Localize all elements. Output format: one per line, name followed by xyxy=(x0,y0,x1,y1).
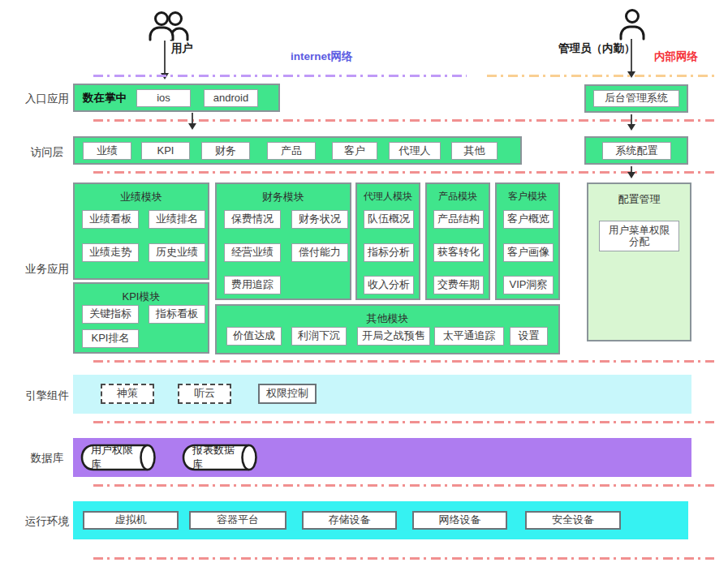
engine-tingyun: 听云 xyxy=(178,384,231,404)
entry-app-title: 数在掌中 xyxy=(83,85,127,110)
entry-app-box: 数在掌中 ios android xyxy=(73,84,280,112)
layer-label-engine: 引擎组件 xyxy=(12,389,82,403)
module-other: 其他模块 价值达成 利润下沉 开局之战预售 太平通追踪 设置 xyxy=(215,304,560,354)
layer-label-business: 业务应用 xyxy=(12,262,82,277)
module-product-title: 产品模块 xyxy=(427,190,489,204)
item-agent-income: 收入分析 xyxy=(364,276,414,294)
internal-network-label: 内部网络 xyxy=(654,49,698,64)
module-customer-title: 客户模块 xyxy=(497,190,558,204)
item-config-user-menu-permission: 用户菜单权限分配 xyxy=(599,221,679,251)
item-cust-portrait: 客户画像 xyxy=(503,243,554,262)
config-panel: 配置管理 用户菜单权限分配 xyxy=(587,182,691,341)
item-cust-overview: 客户概览 xyxy=(503,210,554,229)
item-prod-conversion: 获客转化 xyxy=(433,243,484,262)
item-agent-team: 队伍概况 xyxy=(364,210,414,229)
item-fin-status: 财务状况 xyxy=(291,210,348,229)
architecture-diagram: 用户 internet网络 管理员（内勤） 内部网络 入口应用 访问层 业务应用… xyxy=(0,0,728,584)
item-perf-history: 历史业绩 xyxy=(149,243,205,262)
access-tab-kpi: KPI xyxy=(141,142,190,160)
access-layer-bar: 业绩 KPI 财务 产品 客户 代理人 其他 xyxy=(73,136,522,165)
item-fin-solvency: 偿付能力 xyxy=(291,243,348,262)
item-kpi-rank: KPI排名 xyxy=(82,329,139,348)
sysconfig-label: 系统配置 xyxy=(602,142,671,160)
item-agent-metrics: 指标分析 xyxy=(364,243,414,262)
access-tab-product: 产品 xyxy=(267,142,316,160)
module-finance: 财务模块 保费情况 财务状况 经营业绩 偿付能力 费用追踪 xyxy=(215,182,351,300)
layer-label-entry: 入口应用 xyxy=(12,92,82,106)
database-label-user-permission: 用户权限库 xyxy=(91,444,141,471)
divider-engine-database xyxy=(93,421,714,423)
module-performance-title: 业绩模块 xyxy=(75,190,208,204)
item-other-presale: 开局之战预售 xyxy=(357,327,430,346)
item-fin-operating: 经营业绩 xyxy=(224,243,281,262)
module-performance: 业绩模块 业绩看板 业绩排名 业绩走势 历史业绩 xyxy=(73,182,209,280)
item-perf-rank: 业绩排名 xyxy=(149,210,205,229)
item-kpi-board: 指标看板 xyxy=(149,305,205,324)
engine-layer-bar: 神策 听云 权限控制 xyxy=(73,375,691,414)
divider-database-runtime xyxy=(93,484,714,487)
config-panel-title: 配置管理 xyxy=(588,192,690,207)
runtime-storage: 存储设备 xyxy=(302,511,397,530)
module-agent-title: 代理人模块 xyxy=(357,190,419,204)
runtime-vm: 虚拟机 xyxy=(83,511,179,530)
item-other-settings: 设置 xyxy=(510,327,548,346)
database-layer-bar: 用户权限库 报表数据库 xyxy=(73,438,691,477)
item-fin-premium: 保费情况 xyxy=(224,210,281,229)
runtime-network: 网络设备 xyxy=(412,511,507,530)
layer-label-runtime: 运行环境 xyxy=(12,514,82,529)
runtime-container: 容器平台 xyxy=(189,511,286,530)
divider-internal xyxy=(487,75,714,77)
item-kpi-key: 关键指标 xyxy=(82,305,139,324)
divider-bottom xyxy=(93,557,714,560)
backend-system-box: 后台管理系统 xyxy=(584,84,688,113)
item-other-value: 价值达成 xyxy=(226,327,282,346)
module-kpi-title: KPI模块 xyxy=(75,290,208,304)
layer-label-database: 数据库 xyxy=(12,451,82,466)
access-tab-performance: 业绩 xyxy=(83,142,131,160)
divider-business-engine xyxy=(93,360,714,363)
platform-android: android xyxy=(204,89,258,107)
access-tab-other: 其他 xyxy=(451,142,498,160)
runtime-security: 安全设备 xyxy=(525,511,621,530)
platform-ios: ios xyxy=(136,89,191,107)
access-tab-finance: 财务 xyxy=(201,142,250,160)
engine-shence: 神策 xyxy=(101,384,154,404)
sysconfig-box: 系统配置 xyxy=(584,136,688,165)
item-prod-structure: 产品结构 xyxy=(433,210,484,229)
arrow-user-to-entry xyxy=(164,41,166,78)
access-tab-customer: 客户 xyxy=(332,142,377,160)
item-other-profit: 利润下沉 xyxy=(291,327,347,346)
item-cust-vip: VIP洞察 xyxy=(503,276,554,294)
runtime-layer-bar: 虚拟机 容器平台 存储设备 网络设备 安全设备 xyxy=(73,501,688,539)
internet-network-label: internet网络 xyxy=(291,49,353,64)
item-other-tracking: 太平通追踪 xyxy=(434,327,504,346)
database-cylinder-user-permission: 用户权限库 xyxy=(80,444,159,471)
divider-access-business xyxy=(93,171,714,174)
admin-icon xyxy=(618,8,647,41)
divider-entry-access xyxy=(93,119,714,122)
database-cylinder-report-data: 报表数据库 xyxy=(181,444,261,471)
module-finance-title: 财务模块 xyxy=(217,190,350,204)
layer-label-access: 访问层 xyxy=(12,145,82,160)
item-prod-payment: 交费年期 xyxy=(433,276,484,294)
divider-internet xyxy=(93,75,467,77)
module-kpi: KPI模块 关键指标 指标看板 KPI排名 xyxy=(73,282,209,354)
database-label-report-data: 报表数据库 xyxy=(192,444,243,471)
arrow-backend-to-sysconfig xyxy=(631,114,632,129)
arrow-entry-to-access xyxy=(192,113,193,128)
module-other-title: 其他模块 xyxy=(217,311,558,326)
module-agent: 代理人模块 队伍概况 指标分析 收入分析 xyxy=(355,182,420,300)
backend-system-label: 后台管理系统 xyxy=(593,90,679,107)
item-perf-trend: 业绩走势 xyxy=(82,243,139,262)
item-perf-board: 业绩看板 xyxy=(82,210,139,229)
module-product: 产品模块 产品结构 获客转化 交费年期 xyxy=(425,182,490,300)
admin-label: 管理员（内勤） xyxy=(558,41,635,56)
item-fin-expense: 费用追踪 xyxy=(224,276,281,294)
engine-permission-control: 权限控制 xyxy=(258,384,317,404)
access-tab-agent: 代理人 xyxy=(389,142,441,160)
user-label: 用户 xyxy=(171,41,193,56)
users-icon xyxy=(148,11,190,41)
arrow-sysconfig-to-config xyxy=(631,166,632,177)
module-customer: 客户模块 客户概览 客户画像 VIP洞察 xyxy=(495,182,560,300)
